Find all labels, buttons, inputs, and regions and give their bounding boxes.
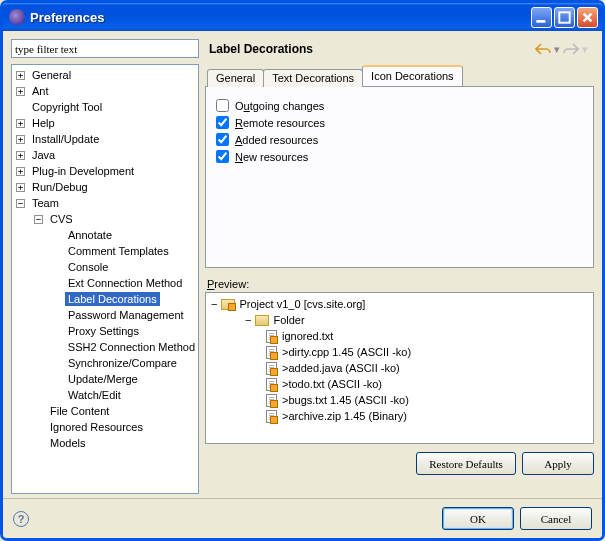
preview-row[interactable]: >todo.txt (ASCII -ko): [209, 376, 590, 392]
nav-separator: ▾: [554, 43, 560, 56]
expand-icon[interactable]: +: [16, 135, 25, 144]
tree-item[interactable]: Proxy Settings: [12, 323, 198, 339]
collapse-icon[interactable]: −: [245, 314, 251, 326]
collapse-icon[interactable]: −: [16, 199, 25, 208]
forward-button: [562, 41, 580, 57]
apply-button[interactable]: Apply: [522, 452, 594, 475]
folder-icon: [254, 312, 270, 328]
close-button[interactable]: [577, 7, 598, 28]
tree-item[interactable]: Models: [12, 435, 198, 451]
outgoing-changes-checkbox[interactable]: [216, 99, 229, 112]
preview-label: ignored.txt: [282, 330, 333, 342]
collapse-icon[interactable]: −: [211, 298, 217, 310]
tree-item[interactable]: Synchronize/Compare: [12, 355, 198, 371]
file-icon: [263, 360, 279, 376]
file-icon: [263, 344, 279, 360]
tree-item-label: General: [29, 68, 74, 82]
new-resources-checkbox[interactable]: [216, 150, 229, 163]
tree-item-label: Ignored Resources: [47, 420, 146, 434]
added-resources-checkbox[interactable]: [216, 133, 229, 146]
expand-icon[interactable]: +: [16, 119, 25, 128]
tree-spacer: [52, 231, 61, 240]
tab-text-decorations[interactable]: Text Decorations: [263, 69, 363, 87]
preview-label: >archive.zip 1.45 (Binary): [282, 410, 407, 422]
bottom-bar: ? OK Cancel: [3, 498, 602, 538]
tree-item[interactable]: +Java: [12, 147, 198, 163]
collapse-icon[interactable]: −: [34, 215, 43, 224]
outgoing-changes-label[interactable]: Outgoing changes: [235, 100, 324, 112]
file-icon: [263, 392, 279, 408]
tree-item[interactable]: +Help: [12, 115, 198, 131]
tree-item[interactable]: Update/Merge: [12, 371, 198, 387]
ok-button[interactable]: OK: [442, 507, 514, 530]
left-pane: +General+AntCopyright Tool+Help+Install/…: [11, 39, 199, 494]
tree-item-label: Update/Merge: [65, 372, 141, 386]
tree-item[interactable]: Annotate: [12, 227, 198, 243]
help-icon[interactable]: ?: [13, 511, 29, 527]
tree-item-label: Watch/Edit: [65, 388, 124, 402]
right-pane: Label Decorations ▾ ▾ General Text Decor…: [205, 39, 594, 494]
tree-item-label: Plug-in Development: [29, 164, 137, 178]
tree-item[interactable]: +Ant: [12, 83, 198, 99]
preview-row[interactable]: >added.java (ASCII -ko): [209, 360, 590, 376]
tree-spacer: [52, 375, 61, 384]
titlebar[interactable]: Preferences: [3, 3, 602, 31]
tree-item-label: Label Decorations: [65, 292, 160, 306]
maximize-button[interactable]: [554, 7, 575, 28]
tree-item[interactable]: Password Management: [12, 307, 198, 323]
back-button[interactable]: [534, 41, 552, 57]
tree-item[interactable]: SSH2 Connection Method: [12, 339, 198, 355]
preview-label: >dirty.cpp 1.45 (ASCII -ko): [282, 346, 411, 358]
tree-item[interactable]: Ignored Resources: [12, 419, 198, 435]
filter-input[interactable]: [11, 39, 199, 58]
preview-label: >added.java (ASCII -ko): [282, 362, 400, 374]
preview-row[interactable]: >dirty.cpp 1.45 (ASCII -ko): [209, 344, 590, 360]
remote-resources-checkbox[interactable]: [216, 116, 229, 129]
tree-item[interactable]: Watch/Edit: [12, 387, 198, 403]
expand-icon[interactable]: +: [16, 71, 25, 80]
preferences-tree[interactable]: +General+AntCopyright Tool+Help+Install/…: [11, 64, 199, 494]
tree-item[interactable]: −CVS: [12, 211, 198, 227]
tree-item-label: Annotate: [65, 228, 115, 242]
preview-row[interactable]: ignored.txt: [209, 328, 590, 344]
preview-label: >todo.txt (ASCII -ko): [282, 378, 382, 390]
tree-item[interactable]: −Team: [12, 195, 198, 211]
restore-defaults-button[interactable]: Restore Defaults: [416, 452, 516, 475]
tree-item[interactable]: Ext Connection Method: [12, 275, 198, 291]
expand-icon[interactable]: +: [16, 183, 25, 192]
tree-item-label: Ext Connection Method: [65, 276, 185, 290]
tab-icon-decorations[interactable]: Icon Decorations: [362, 65, 463, 86]
tree-item[interactable]: Copyright Tool: [12, 99, 198, 115]
tree-item[interactable]: Comment Templates: [12, 243, 198, 259]
new-resources-label[interactable]: New resources: [235, 151, 308, 163]
tree-item[interactable]: Label Decorations: [12, 291, 198, 307]
tree-item[interactable]: +General: [12, 67, 198, 83]
preview-row[interactable]: >bugs.txt 1.45 (ASCII -ko): [209, 392, 590, 408]
tree-item-label: Install/Update: [29, 132, 102, 146]
nav-separator-2: ▾: [582, 43, 588, 56]
tree-item-label: Password Management: [65, 308, 187, 322]
tree-item-label: Help: [29, 116, 58, 130]
expand-icon[interactable]: +: [16, 87, 25, 96]
tree-item[interactable]: Console: [12, 259, 198, 275]
tab-general[interactable]: General: [207, 69, 264, 87]
tree-item[interactable]: +Install/Update: [12, 131, 198, 147]
file-icon: [263, 408, 279, 424]
minimize-button[interactable]: [531, 7, 552, 28]
tree-item[interactable]: File Content: [12, 403, 198, 419]
remote-resources-label[interactable]: Remote resources: [235, 117, 325, 129]
tree-spacer: [52, 311, 61, 320]
tree-spacer: [16, 103, 25, 112]
expand-icon[interactable]: +: [16, 151, 25, 160]
tabs: General Text Decorations Icon Decoration…: [205, 65, 594, 86]
tree-item[interactable]: +Run/Debug: [12, 179, 198, 195]
cancel-button[interactable]: Cancel: [520, 507, 592, 530]
preview-row[interactable]: −Folder: [209, 312, 590, 328]
preview-row[interactable]: >archive.zip 1.45 (Binary): [209, 408, 590, 424]
preview-box[interactable]: −Project v1_0 [cvs.site.org]−Folderignor…: [205, 292, 594, 444]
added-resources-label[interactable]: Added resources: [235, 134, 318, 146]
preview-row[interactable]: −Project v1_0 [cvs.site.org]: [209, 296, 590, 312]
svg-rect-1: [559, 12, 569, 22]
expand-icon[interactable]: +: [16, 167, 25, 176]
tree-item[interactable]: +Plug-in Development: [12, 163, 198, 179]
